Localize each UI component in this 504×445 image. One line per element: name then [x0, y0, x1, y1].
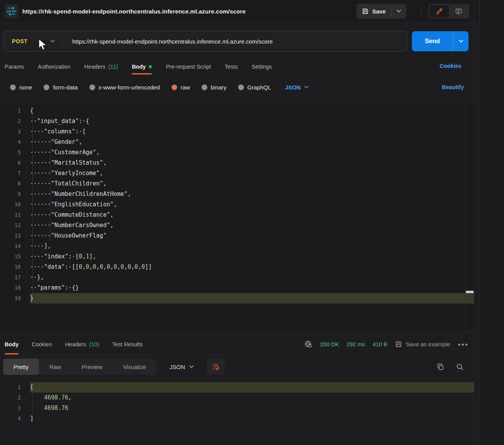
token: ], [89, 253, 96, 260]
save-as-example-label: Save as example [406, 341, 450, 347]
editor-scrollbar-track[interactable] [465, 103, 474, 333]
body-mode-binary[interactable]: binary [202, 84, 227, 91]
code-line[interactable]: 6······"MaritalStatus", [0, 158, 474, 168]
view-tab-pretty[interactable]: Pretty [3, 359, 39, 375]
save-as-example-button[interactable]: Save as example [395, 340, 450, 348]
token: {} [72, 284, 79, 291]
code-line[interactable]: 7······"YearlyIncome", [0, 168, 474, 179]
body-mode-x-www-form-urlencoded[interactable]: x-www-form-urlencoded [89, 84, 160, 91]
cookies-link[interactable]: Cookies [440, 63, 461, 69]
save-options-button[interactable] [391, 4, 406, 19]
body-mode-graphql[interactable]: GraphQL [238, 84, 271, 91]
token: , [103, 263, 107, 270]
save-button-group: Save [356, 4, 406, 19]
response-language-select[interactable]: JSON [163, 359, 200, 375]
request-tabs: ParamsAuthorizationHeaders(11)BodyPre-re… [0, 58, 474, 76]
token: ······ [30, 190, 51, 197]
code-line[interactable]: 2 4698.76, [0, 393, 474, 403]
code-text: ······"CustomerAge", [30, 147, 474, 158]
request-tab-headers[interactable]: Headers(11) [84, 58, 118, 76]
view-tab-preview[interactable]: Preview [71, 359, 113, 375]
request-tab-body[interactable]: Body [132, 58, 152, 76]
beautify-link[interactable]: Beautify [442, 84, 464, 90]
code-line[interactable]: 14····], [0, 241, 474, 251]
code-line[interactable]: 4······"Gender", [0, 137, 474, 147]
response-header: BodyCookiesHeaders(10)Test Results 200 O… [0, 333, 474, 356]
code-line[interactable]: 12······"NumberCarsOwned", [0, 220, 474, 231]
send-options-button[interactable] [453, 31, 469, 51]
request-tab-pre-request-script[interactable]: Pre-request Script [166, 58, 211, 76]
response-tab-body[interactable]: Body [5, 333, 18, 356]
response-tab-test-results[interactable]: Test Results [112, 333, 143, 356]
edit-request-button[interactable] [430, 5, 449, 17]
code-line[interactable]: 15····"index":·[0,1], [0, 251, 474, 262]
view-tab-visualize[interactable]: Visualize [113, 359, 157, 375]
line-number: 4 [0, 137, 30, 147]
comments-button[interactable] [449, 5, 468, 17]
body-mode-raw[interactable]: raw [171, 84, 190, 91]
request-tab-tests[interactable]: Tests [225, 58, 238, 76]
token: 0 [86, 263, 89, 270]
line-number: 2 [0, 116, 30, 126]
tab-label: Cookies [32, 341, 52, 347]
code-text: ··"input_data":·{ [30, 116, 474, 126]
code-line[interactable]: 19} [0, 293, 474, 303]
request-tab-settings[interactable]: Settings [252, 58, 272, 76]
url-input[interactable]: https://rhk-spend-model-endpoint.northce… [62, 38, 273, 45]
token: { [86, 118, 89, 125]
token: } [30, 295, 34, 302]
body-mode-none[interactable]: none [10, 84, 32, 91]
response-size[interactable]: 410 B [373, 341, 387, 347]
response-tab-headers[interactable]: Headers(10) [65, 333, 99, 356]
body-language-select[interactable]: JSON [285, 84, 309, 91]
response-body-viewer[interactable]: 1[2 4698.76,3 4698.764] [0, 379, 474, 445]
code-line[interactable]: 18··"params":·{} [0, 283, 474, 293]
more-actions-button[interactable]: ●●● [458, 342, 469, 347]
token: , [117, 263, 121, 270]
code-line[interactable]: 17··}, [0, 272, 474, 283]
body-mode-form-data[interactable]: form-data [44, 84, 77, 91]
code-line[interactable]: 1{ [0, 106, 474, 116]
response-time[interactable]: 292 ms [347, 341, 365, 347]
token: , [110, 263, 114, 270]
code-line[interactable]: 13······"HouseOwnerFlag" [0, 231, 474, 241]
token: ······ [30, 180, 51, 187]
code-line[interactable]: 9······"NumberChildrenAtHome", [0, 189, 474, 199]
method-dropdown-button[interactable] [50, 40, 55, 43]
send-button[interactable]: Send [412, 38, 453, 45]
code-line[interactable]: 10······"EnglishEducation", [0, 199, 474, 210]
save-button[interactable]: Save [356, 4, 391, 19]
token: "YearlyIncome" [51, 170, 99, 177]
code-line[interactable]: 16····"data":·[[0,0,0,0,0,0,0,0,0,0]] [0, 262, 474, 272]
wrap-lines-button[interactable] [207, 359, 225, 375]
code-line[interactable]: 3····"columns":·[ [0, 126, 474, 137]
code-line[interactable]: 8······"TotalChildren", [0, 179, 474, 189]
header-tool-group [428, 4, 469, 19]
code-line[interactable]: 5······"CustomerAge", [0, 147, 474, 158]
line-number: 1 [0, 106, 30, 116]
line-number: 4 [0, 413, 30, 424]
request-body-editor[interactable]: 1{2··"input_data":·{3····"columns":·[4··… [0, 102, 474, 333]
code-line[interactable]: 4] [0, 413, 474, 424]
view-tab-raw[interactable]: Raw [39, 359, 71, 375]
code-text: ······"MaritalStatus", [30, 158, 474, 168]
token: , [128, 190, 131, 197]
copy-icon[interactable] [437, 363, 444, 371]
code-line[interactable]: 2··"input_data":·{ [0, 116, 474, 126]
indent-guide [32, 392, 33, 413]
radio-icon [238, 84, 244, 90]
panel-border [474, 0, 474, 445]
code-line[interactable]: 11······"CommuteDistance", [0, 210, 474, 220]
chevron-down-icon [189, 365, 194, 368]
response-tab-cookies[interactable]: Cookies [32, 333, 52, 356]
search-icon[interactable] [456, 363, 464, 371]
tab-label: Params [5, 64, 24, 70]
request-tab-authorization[interactable]: Authorization [38, 58, 71, 76]
code-line[interactable]: 3 4698.76 [0, 403, 474, 413]
code-line[interactable]: 1[ [0, 382, 474, 393]
status-badge[interactable]: 200 OK [320, 341, 339, 347]
token: , [103, 180, 107, 187]
line-number: 3 [0, 403, 30, 413]
method-selector[interactable]: POST [3, 38, 28, 44]
request-tab-params[interactable]: Params [5, 58, 24, 76]
